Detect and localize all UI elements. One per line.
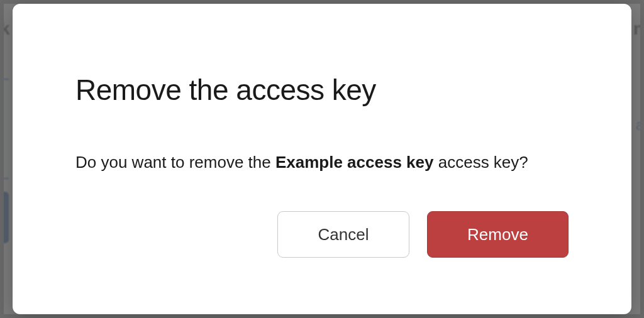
dialog-actions: Cancel Remove [75, 211, 575, 258]
dialog-body-suffix: access key? [434, 153, 528, 172]
remove-button[interactable]: Remove [427, 211, 569, 258]
cancel-button[interactable]: Cancel [277, 211, 409, 258]
dialog-body-key-name: Example access key [275, 153, 434, 172]
dialog-body-prefix: Do you want to remove the [75, 153, 275, 172]
dialog-title: Remove the access key [75, 73, 575, 107]
dialog-body: Do you want to remove the Example access… [75, 151, 575, 173]
remove-access-key-dialog: Remove the access key Do you want to rem… [13, 4, 631, 314]
